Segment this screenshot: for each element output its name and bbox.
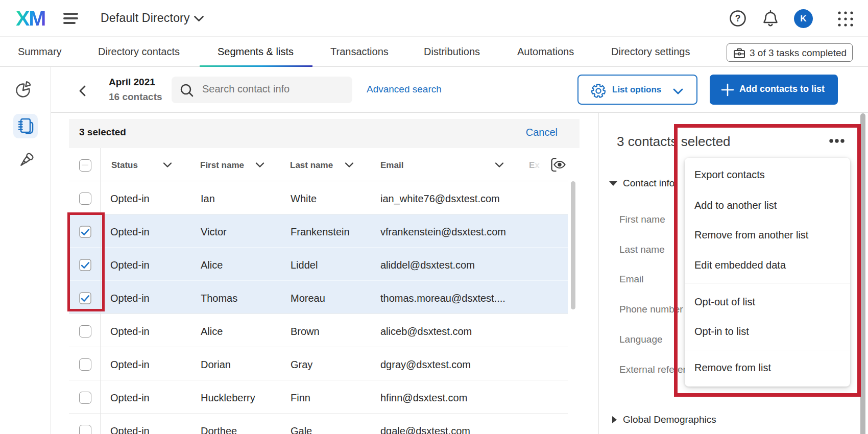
svg-text:?: ? xyxy=(735,13,741,23)
